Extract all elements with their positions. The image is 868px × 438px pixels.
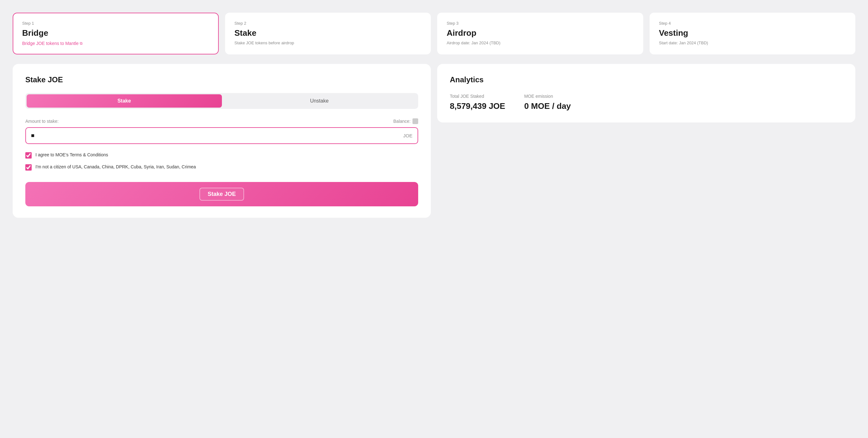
step2-subtitle: Stake JOE tokens before airdrop [235,40,422,45]
analytics-title: Analytics [450,75,843,84]
tab-unstake-button[interactable]: Unstake [222,94,417,107]
balance-value-box [412,118,418,124]
amount-label-row: Amount to stake: Balance: [25,118,418,124]
step2-title: Stake [235,28,422,38]
total-staked-value: 8,579,439 JOE [450,101,505,111]
analytics-card: Analytics Total JOE Staked 8,579,439 JOE… [437,64,855,123]
step-card-3[interactable]: Step 3 Airdrop Airdrop date: Jan 2024 (T… [437,13,643,55]
citizen-checkbox-label: I'm not a citizen of USA, Canada, China,… [35,164,196,170]
analytics-emission: MOE emission 0 MOE / day [524,94,571,111]
amount-input-wrapper: JOE [25,127,418,144]
step2-label: Step 2 [235,21,422,26]
step3-subtitle: Airdrop date: Jan 2024 (TBD) [447,40,634,45]
step4-subtitle: Start date: Jan 2024 (TBD) [659,40,846,45]
analytics-total-staked: Total JOE Staked 8,579,439 JOE [450,94,505,111]
terms-checkbox[interactable] [25,152,32,159]
checkbox-row-1: I agree to MOE's Terms & Conditions [25,152,418,159]
step1-title: Bridge [22,28,209,38]
stake-btn-inner-label: Stake JOE [199,188,244,201]
step-card-2[interactable]: Step 2 Stake Stake JOE tokens before air… [225,13,431,55]
step3-label: Step 3 [447,21,634,26]
amount-input[interactable] [31,132,403,139]
steps-row: Step 1 Bridge Bridge JOE tokens to Mantl… [13,13,855,55]
analytics-row: Total JOE Staked 8,579,439 JOE MOE emiss… [450,94,843,111]
step3-title: Airdrop [447,28,634,38]
step1-label: Step 1 [22,21,209,26]
terms-checkbox-label: I agree to MOE's Terms & Conditions [35,152,108,158]
amount-label: Amount to stake: [25,119,59,124]
step4-title: Vesting [659,28,846,38]
step-card-4[interactable]: Step 4 Vesting Start date: Jan 2024 (TBD… [650,13,856,55]
checkbox-row-2: I'm not a citizen of USA, Canada, China,… [25,164,418,170]
currency-label: JOE [403,133,412,138]
stake-joe-button[interactable]: Stake JOE [25,182,418,206]
tab-row: Stake Unstake [25,93,418,109]
step-card-1[interactable]: Step 1 Bridge Bridge JOE tokens to Mantl… [13,13,219,55]
step1-link[interactable]: Bridge JOE tokens to Mantle [22,41,83,46]
tab-stake-button[interactable]: Stake [27,94,222,107]
stake-card: Stake JOE Stake Unstake Amount to stake:… [13,64,431,218]
citizen-checkbox[interactable] [25,164,32,170]
emission-value: 0 MOE / day [524,101,571,111]
emission-label: MOE emission [524,94,571,99]
main-content: Stake JOE Stake Unstake Amount to stake:… [13,64,855,218]
step4-label: Step 4 [659,21,846,26]
total-staked-label: Total JOE Staked [450,94,505,99]
balance-label: Balance: [394,118,418,124]
stake-card-title: Stake JOE [25,75,418,84]
